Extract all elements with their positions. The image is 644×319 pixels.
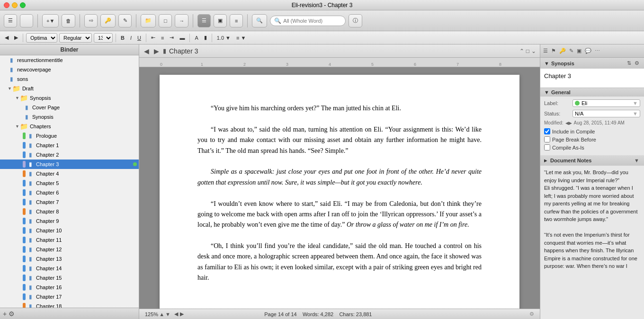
list-button[interactable]: ≡ ▼ <box>234 33 248 43</box>
editor-scroll[interactable]: “You give him his marching orders yet?” … <box>139 67 540 309</box>
format-right-arrow[interactable]: ▶ <box>12 33 20 43</box>
collapse-button[interactable]: ⌃ <box>519 48 524 54</box>
corkboard-button[interactable]: ​ <box>20 14 33 27</box>
toggle-binder-button[interactable]: ☰ <box>4 14 17 27</box>
split-button[interactable]: □ <box>526 48 529 54</box>
key-button[interactable]: 🔑 <box>100 14 116 27</box>
bold-button[interactable]: B <box>119 33 126 43</box>
font-select[interactable]: Optima <box>26 33 57 43</box>
binder-item-chapter5[interactable]: ▮ Chapter 5 <box>0 178 139 188</box>
binder-item-chapter13[interactable]: ▮ Chapter 13 <box>0 254 139 264</box>
binder-item-chapter9[interactable]: ▮ Chapter 9 <box>0 216 139 226</box>
page-break-checkbox[interactable] <box>544 136 550 142</box>
align-center-button[interactable]: ≡ <box>159 33 166 43</box>
text-view-button[interactable]: ☰ <box>197 14 211 27</box>
binder-add-button[interactable]: + <box>3 310 7 318</box>
maximize-button[interactable] <box>20 2 26 8</box>
binder-item-chapter4[interactable]: ▮ Chapter 4 <box>0 169 139 178</box>
binder-item-chapter2[interactable]: ▮ Chapter 2 <box>0 150 139 160</box>
align-justify-button[interactable]: ▬ <box>178 33 187 43</box>
rp-pencil-button[interactable]: ✎ <box>568 47 574 55</box>
rp-icon1[interactable]: ☰ <box>542 47 549 55</box>
line-height-button[interactable]: 1.0 ▼ <box>215 33 233 43</box>
binder-item-chapter14[interactable]: ▮ Chapter 14 <box>0 264 139 273</box>
corkboard-view-button[interactable]: ▣ <box>214 14 227 27</box>
synopsis-header[interactable]: ▼ Synopsis ⇅ ⚙ <box>540 58 644 69</box>
binder-item-synopsis-folder[interactable]: ▼ 📁 Synopsis <box>0 93 139 103</box>
align-left-button[interactable]: ⇤ <box>149 33 157 43</box>
align-right-button[interactable]: ⇥ <box>168 33 176 43</box>
label-field-value[interactable]: Eli ▼ <box>572 99 640 107</box>
outline-view-button[interactable]: ≡ <box>230 14 243 27</box>
binder-item-chapter11[interactable]: ▮ Chapter 11 <box>0 235 139 245</box>
search-box[interactable]: 🔍 <box>270 16 346 26</box>
close-button[interactable] <box>4 2 9 8</box>
synopsis-expand-button[interactable]: ⇅ <box>626 59 632 67</box>
include-compile-checkbox[interactable] <box>544 128 550 134</box>
edit-button[interactable]: ✎ <box>118 14 132 27</box>
modified-label: Modified: <box>544 120 564 125</box>
underline-button[interactable]: U <box>135 33 143 43</box>
binder-item-synopsis-doc[interactable]: ▮ Synopsis <box>0 112 139 122</box>
minimize-button[interactable] <box>12 2 18 8</box>
doc-notes-settings-button[interactable]: ▼ <box>633 157 640 164</box>
include-compile-label: Include in Compile <box>552 129 595 134</box>
search-button[interactable]: 🔍 <box>252 14 267 27</box>
general-arrow: ▼ <box>544 89 549 95</box>
rp-key-button[interactable]: 🔑 <box>558 47 567 55</box>
zoom-down-button[interactable]: ▼ <box>165 311 170 317</box>
size-select[interactable]: 13 <box>94 33 113 43</box>
add-button[interactable]: +▼ <box>42 14 59 27</box>
italic-button[interactable]: I <box>128 33 134 43</box>
binder-item-chapter8[interactable]: ▮ Chapter 8 <box>0 207 139 216</box>
status-field-value[interactable]: N/A ▼ <box>572 110 640 117</box>
status-chevron: ▼ <box>633 111 638 116</box>
binder-item-chapter10[interactable]: ▮ Chapter 10 <box>0 226 139 235</box>
folder-button[interactable]: 📁 <box>141 14 156 27</box>
zoom-up-button[interactable]: ▲ <box>159 311 164 317</box>
style-select[interactable]: Regular <box>59 33 92 43</box>
binder-gear-button[interactable]: ⚙ <box>9 310 15 318</box>
highlight-button[interactable]: ▮ <box>202 33 209 43</box>
export-button[interactable]: → <box>175 14 188 27</box>
move-button[interactable]: ⇨ <box>84 14 98 27</box>
binder-item-chapters[interactable]: ▼ 📁 Chapters <box>0 122 139 131</box>
binder-item-chapter7[interactable]: ▮ Chapter 7 <box>0 197 139 207</box>
binder-item-chapter6[interactable]: ▮ Chapter 6 <box>0 188 139 197</box>
trash-button[interactable]: 🗑 <box>62 14 75 27</box>
format-left-arrow[interactable]: ◀ <box>3 33 10 43</box>
binder-item-chapter17[interactable]: ▮ Chapter 17 <box>0 292 139 301</box>
rp-more-button[interactable]: ⋯ <box>594 47 601 55</box>
rp-image-button[interactable]: ▣ <box>576 47 582 55</box>
binder-item-draft[interactable]: ▼ 📁 Draft <box>0 84 139 93</box>
binder-item-chapter16[interactable]: ▮ Chapter 16 <box>0 283 139 292</box>
search-input[interactable] <box>283 18 341 24</box>
binder-item-chapter18[interactable]: ▮ Chapter 18 <box>0 301 139 308</box>
nav-forward-button[interactable]: ▶ <box>153 47 160 55</box>
nav-back-button[interactable]: ◀ <box>143 47 150 55</box>
binder-item-label: Chapter 2 <box>36 152 59 158</box>
binder-item-resurrectionmentitle[interactable]: ▮ resurrectionmentitle <box>0 55 139 65</box>
doc-notes-header[interactable]: ▶ Document Notes ▼ <box>540 155 644 166</box>
synopsis-settings-button[interactable]: ⚙ <box>634 59 640 67</box>
binder-item-coverpage[interactable]: ▮ Cover Page <box>0 103 139 112</box>
binder-item-chapter12[interactable]: ▮ Chapter 12 <box>0 245 139 254</box>
binder-item-chapter3[interactable]: ▮ Chapter 3 <box>0 160 139 169</box>
binder-item-sons[interactable]: ▮ sons <box>0 74 139 84</box>
prev-page-button[interactable]: ◀ <box>174 311 178 317</box>
expand-button[interactable]: ⌄ <box>531 48 536 54</box>
general-header[interactable]: ▼ General <box>540 88 644 97</box>
color-button[interactable]: A <box>193 33 200 43</box>
binder-item-chapter15[interactable]: ▮ Chapter 15 <box>0 273 139 283</box>
info-button[interactable]: ⓘ <box>349 14 362 27</box>
rp-bookmark-button[interactable]: ⚑ <box>550 47 557 55</box>
window-button[interactable]: □ <box>159 14 172 27</box>
compile-asis-checkbox[interactable] <box>544 144 550 151</box>
next-page-button[interactable]: ▶ <box>180 311 184 317</box>
binder-item-chapter1[interactable]: ▮ Chapter 1 <box>0 141 139 150</box>
binder-item-newcoverpage[interactable]: ▮ newcoverpage <box>0 65 139 74</box>
settings-icon[interactable]: ⚙ <box>529 311 534 317</box>
binder-item-prologue[interactable]: ▮ Prologue <box>0 131 139 141</box>
rp-comment-button[interactable]: 💬 <box>584 47 592 55</box>
doc-notes-content[interactable]: “Let me ask you, Mr. Brody—did you enjoy… <box>540 166 644 319</box>
